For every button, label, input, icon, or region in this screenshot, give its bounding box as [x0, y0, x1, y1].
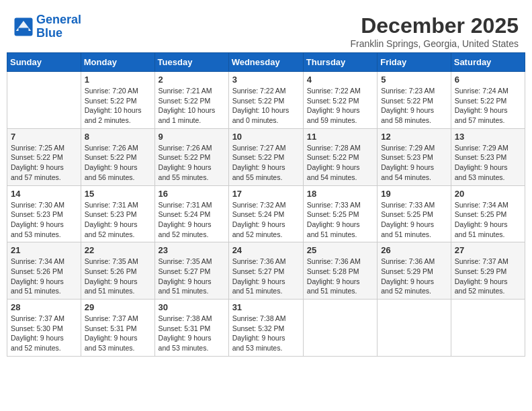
- day-cell: [303, 300, 377, 357]
- day-cell: 27Sunrise: 7:37 AM Sunset: 5:29 PM Dayli…: [451, 242, 525, 300]
- day-info: Sunrise: 7:29 AM Sunset: 5:23 PM Dayligh…: [455, 143, 521, 183]
- logo: General Blue: [13, 13, 81, 40]
- day-cell: 25Sunrise: 7:36 AM Sunset: 5:28 PM Dayli…: [303, 242, 377, 300]
- day-info: Sunrise: 7:37 AM Sunset: 5:29 PM Dayligh…: [455, 257, 521, 296]
- day-info: Sunrise: 7:34 AM Sunset: 5:26 PM Dayligh…: [11, 257, 77, 296]
- day-number: 30: [159, 302, 225, 312]
- day-number: 6: [455, 75, 521, 85]
- day-cell: 3Sunrise: 7:22 AM Sunset: 5:22 PM Daylig…: [228, 72, 303, 129]
- col-header-friday: Friday: [378, 53, 451, 72]
- day-info: Sunrise: 7:22 AM Sunset: 5:22 PM Dayligh…: [232, 86, 300, 126]
- day-info: Sunrise: 7:27 AM Sunset: 5:22 PM Dayligh…: [232, 143, 300, 183]
- day-number: 5: [381, 75, 447, 85]
- day-cell: 20Sunrise: 7:34 AM Sunset: 5:25 PM Dayli…: [451, 185, 525, 242]
- logo-general: General: [36, 13, 81, 26]
- day-number: 26: [381, 245, 447, 255]
- day-cell: 15Sunrise: 7:31 AM Sunset: 5:23 PM Dayli…: [81, 185, 154, 242]
- day-info: Sunrise: 7:37 AM Sunset: 5:31 PM Dayligh…: [85, 314, 151, 353]
- day-info: Sunrise: 7:29 AM Sunset: 5:23 PM Dayligh…: [381, 143, 447, 183]
- location-title: Franklin Springs, Georgia, United States: [350, 38, 519, 49]
- day-cell: [451, 300, 525, 357]
- col-header-saturday: Saturday: [451, 53, 525, 72]
- day-info: Sunrise: 7:33 AM Sunset: 5:25 PM Dayligh…: [381, 200, 447, 240]
- day-number: 31: [232, 302, 300, 312]
- day-info: Sunrise: 7:22 AM Sunset: 5:22 PM Dayligh…: [307, 86, 373, 126]
- day-cell: [7, 72, 81, 129]
- day-info: Sunrise: 7:26 AM Sunset: 5:22 PM Dayligh…: [85, 143, 151, 183]
- svg-rect-2: [19, 28, 29, 33]
- day-cell: 9Sunrise: 7:26 AM Sunset: 5:22 PM Daylig…: [154, 128, 228, 185]
- day-cell: 6Sunrise: 7:24 AM Sunset: 5:22 PM Daylig…: [451, 72, 525, 129]
- day-number: 8: [85, 132, 151, 142]
- day-info: Sunrise: 7:23 AM Sunset: 5:22 PM Dayligh…: [381, 86, 447, 126]
- week-row-5: 28Sunrise: 7:37 AM Sunset: 5:30 PM Dayli…: [7, 300, 525, 357]
- day-number: 24: [232, 245, 300, 255]
- day-info: Sunrise: 7:38 AM Sunset: 5:32 PM Dayligh…: [232, 314, 300, 353]
- day-number: 28: [11, 302, 77, 312]
- day-number: 18: [307, 189, 373, 199]
- day-cell: 1Sunrise: 7:20 AM Sunset: 5:22 PM Daylig…: [81, 72, 154, 129]
- day-cell: 30Sunrise: 7:38 AM Sunset: 5:31 PM Dayli…: [154, 300, 228, 357]
- day-number: 27: [455, 245, 521, 255]
- day-cell: 29Sunrise: 7:37 AM Sunset: 5:31 PM Dayli…: [81, 300, 154, 357]
- day-info: Sunrise: 7:32 AM Sunset: 5:24 PM Dayligh…: [232, 200, 300, 240]
- day-number: 12: [381, 132, 447, 142]
- day-cell: 13Sunrise: 7:29 AM Sunset: 5:23 PM Dayli…: [451, 128, 525, 185]
- day-info: Sunrise: 7:35 AM Sunset: 5:26 PM Dayligh…: [85, 257, 151, 296]
- day-info: Sunrise: 7:24 AM Sunset: 5:22 PM Dayligh…: [455, 86, 521, 126]
- day-info: Sunrise: 7:31 AM Sunset: 5:23 PM Dayligh…: [85, 200, 151, 240]
- day-cell: 24Sunrise: 7:36 AM Sunset: 5:27 PM Dayli…: [228, 242, 303, 300]
- day-number: 20: [455, 189, 521, 199]
- day-info: Sunrise: 7:21 AM Sunset: 5:22 PM Dayligh…: [159, 86, 225, 126]
- day-info: Sunrise: 7:36 AM Sunset: 5:29 PM Dayligh…: [381, 257, 447, 296]
- header-row: SundayMondayTuesdayWednesdayThursdayFrid…: [7, 53, 525, 72]
- day-number: 9: [159, 132, 225, 142]
- week-row-1: 1Sunrise: 7:20 AM Sunset: 5:22 PM Daylig…: [7, 72, 525, 129]
- col-header-wednesday: Wednesday: [228, 53, 303, 72]
- day-info: Sunrise: 7:20 AM Sunset: 5:22 PM Dayligh…: [85, 86, 151, 126]
- day-number: 22: [85, 245, 151, 255]
- week-row-4: 21Sunrise: 7:34 AM Sunset: 5:26 PM Dayli…: [7, 242, 525, 300]
- day-cell: 18Sunrise: 7:33 AM Sunset: 5:25 PM Dayli…: [303, 185, 377, 242]
- day-number: 25: [307, 245, 373, 255]
- day-cell: 21Sunrise: 7:34 AM Sunset: 5:26 PM Dayli…: [7, 242, 81, 300]
- col-header-thursday: Thursday: [303, 53, 377, 72]
- day-number: 15: [85, 189, 151, 199]
- day-cell: 12Sunrise: 7:29 AM Sunset: 5:23 PM Dayli…: [378, 128, 451, 185]
- day-cell: 11Sunrise: 7:28 AM Sunset: 5:22 PM Dayli…: [303, 128, 377, 185]
- logo-icon: [13, 17, 34, 37]
- day-cell: 16Sunrise: 7:31 AM Sunset: 5:24 PM Dayli…: [154, 185, 228, 242]
- day-cell: 26Sunrise: 7:36 AM Sunset: 5:29 PM Dayli…: [378, 242, 451, 300]
- day-info: Sunrise: 7:30 AM Sunset: 5:23 PM Dayligh…: [11, 200, 77, 240]
- day-number: 11: [307, 132, 373, 142]
- day-cell: 7Sunrise: 7:25 AM Sunset: 5:22 PM Daylig…: [7, 128, 81, 185]
- month-title: December 2025: [350, 13, 519, 38]
- day-number: 7: [11, 132, 77, 142]
- calendar-table: SundayMondayTuesdayWednesdayThursdayFrid…: [7, 52, 525, 357]
- day-number: 21: [11, 245, 77, 255]
- day-number: 13: [455, 132, 521, 142]
- day-cell: 28Sunrise: 7:37 AM Sunset: 5:30 PM Dayli…: [7, 300, 81, 357]
- day-number: 10: [232, 132, 300, 142]
- day-info: Sunrise: 7:28 AM Sunset: 5:22 PM Dayligh…: [307, 143, 373, 183]
- title-block: December 2025 Franklin Springs, Georgia,…: [350, 13, 519, 49]
- day-number: 14: [11, 189, 77, 199]
- day-number: 2: [159, 75, 225, 85]
- day-cell: 23Sunrise: 7:35 AM Sunset: 5:27 PM Dayli…: [154, 242, 228, 300]
- col-header-tuesday: Tuesday: [154, 53, 228, 72]
- week-row-3: 14Sunrise: 7:30 AM Sunset: 5:23 PM Dayli…: [7, 185, 525, 242]
- day-info: Sunrise: 7:34 AM Sunset: 5:25 PM Dayligh…: [455, 200, 521, 240]
- day-number: 4: [307, 75, 373, 85]
- day-number: 16: [159, 189, 225, 199]
- day-cell: 31Sunrise: 7:38 AM Sunset: 5:32 PM Dayli…: [228, 300, 303, 357]
- day-cell: 17Sunrise: 7:32 AM Sunset: 5:24 PM Dayli…: [228, 185, 303, 242]
- day-number: 17: [232, 189, 300, 199]
- day-info: Sunrise: 7:26 AM Sunset: 5:22 PM Dayligh…: [159, 143, 225, 183]
- day-info: Sunrise: 7:31 AM Sunset: 5:24 PM Dayligh…: [159, 200, 225, 240]
- day-info: Sunrise: 7:25 AM Sunset: 5:22 PM Dayligh…: [11, 143, 77, 183]
- day-number: 23: [159, 245, 225, 255]
- day-number: 29: [85, 302, 151, 312]
- day-info: Sunrise: 7:37 AM Sunset: 5:30 PM Dayligh…: [11, 314, 77, 353]
- day-cell: 10Sunrise: 7:27 AM Sunset: 5:22 PM Dayli…: [228, 128, 303, 185]
- day-info: Sunrise: 7:33 AM Sunset: 5:25 PM Dayligh…: [307, 200, 373, 240]
